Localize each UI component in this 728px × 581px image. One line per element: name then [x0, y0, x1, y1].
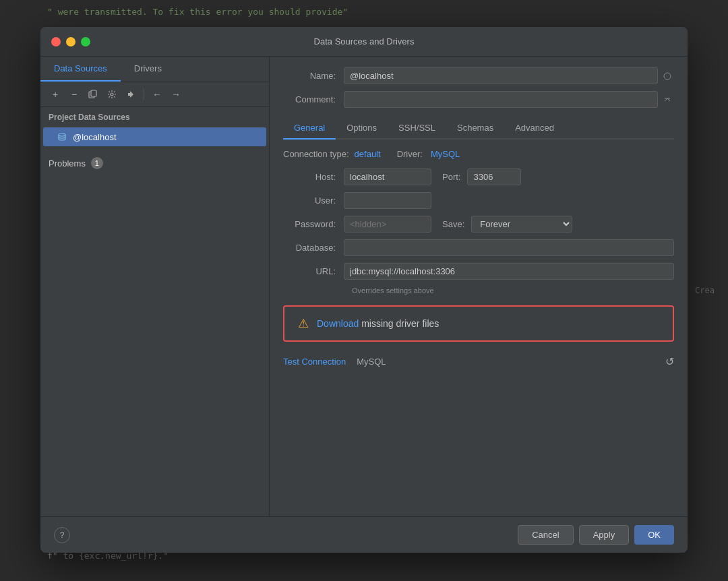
project-data-sources-header: Project Data Sources [40, 107, 269, 127]
url-label: URL: [283, 266, 344, 276]
connection-type-value[interactable]: default [355, 149, 381, 159]
warning-text-post: missing driver files [361, 318, 439, 329]
svg-point-3 [59, 133, 65, 136]
footer-buttons: Cancel Apply OK [518, 525, 674, 545]
connection-type-row: Connection type: default Driver: MySQL [283, 149, 674, 159]
svg-point-4 [664, 73, 671, 80]
url-section: URL: Overrides settings above [283, 263, 674, 295]
dialog-body: Data Sources Drivers + − [40, 57, 688, 516]
url-note: Overrides settings above [352, 286, 674, 295]
cancel-button[interactable]: Cancel [518, 525, 573, 545]
problems-label: Problems [49, 158, 86, 169]
apply-button[interactable]: Apply [579, 525, 630, 545]
password-label: Password: [283, 219, 344, 229]
expand-icon[interactable] [661, 69, 674, 83]
driver-value[interactable]: MySQL [431, 149, 460, 159]
maximize-button[interactable] [81, 37, 90, 47]
settings-button[interactable] [104, 86, 120, 102]
dialog-footer: ? Cancel Apply OK [40, 516, 688, 553]
test-connection-link[interactable]: Test Connection [283, 357, 346, 367]
driver-label: Driver: [397, 149, 423, 159]
ok-button[interactable]: OK [634, 525, 674, 545]
dialog-title: Data Sources and Drivers [314, 36, 415, 47]
driver-name-label: MySQL [357, 357, 386, 367]
tab-options[interactable]: Options [336, 117, 388, 140]
move-up-button[interactable] [123, 86, 139, 102]
toolbar-divider [144, 88, 144, 100]
tab-advanced[interactable]: Advanced [504, 117, 565, 140]
user-label: User: [283, 195, 344, 206]
problems-section: Problems 1 [40, 152, 269, 175]
user-input[interactable] [344, 192, 431, 209]
tab-schemas[interactable]: Schemas [446, 117, 504, 140]
tab-general[interactable]: General [283, 117, 336, 140]
connection-type-label: Connection type: [283, 149, 349, 159]
database-input[interactable] [344, 239, 674, 256]
database-label: Database: [283, 243, 344, 253]
right-panel: Name: Comment: [270, 57, 688, 516]
user-row: User: [283, 192, 674, 209]
port-input[interactable] [467, 169, 521, 185]
name-label: Name: [283, 71, 344, 81]
name-row: Name: [283, 67, 674, 84]
left-panel: Data Sources Drivers + − [40, 57, 270, 516]
dialog-window: Data Sources and Drivers Data Sources Dr… [40, 27, 688, 553]
comment-row: Comment: [283, 91, 674, 108]
save-select[interactable]: Forever Until restart Never [471, 216, 572, 233]
help-button[interactable]: ? [54, 527, 70, 543]
comment-label: Comment: [283, 94, 344, 104]
tab-data-sources[interactable]: Data Sources [40, 57, 121, 82]
port-label: Port: [442, 172, 460, 182]
svg-point-2 [111, 93, 113, 96]
warning-icon: ⚠ [298, 316, 309, 331]
bottom-links: Test Connection MySQL ↺ [283, 353, 674, 368]
back-button[interactable]: ← [149, 86, 165, 102]
traffic-lights [51, 37, 90, 47]
close-button[interactable] [51, 37, 61, 47]
tab-drivers[interactable]: Drivers [121, 57, 175, 82]
host-input[interactable] [344, 169, 431, 185]
warning-text: Download missing driver files [317, 318, 439, 329]
svg-rect-1 [91, 90, 96, 96]
bg-code-top: " were transmitted. To fix this error yo… [47, 7, 348, 17]
datasource-icon [57, 131, 67, 142]
title-bar: Data Sources and Drivers [40, 27, 688, 57]
url-input[interactable] [344, 263, 674, 280]
password-row: Password: Save: Forever Until restart Ne… [283, 216, 674, 233]
name-input-wrap [344, 67, 674, 84]
password-input[interactable] [344, 216, 431, 233]
datasource-label: @localhost [73, 132, 117, 142]
minimize-button[interactable] [66, 37, 75, 47]
comment-expand-icon[interactable] [661, 93, 674, 106]
save-label: Save: [442, 219, 464, 229]
host-port-row: Host: Port: [283, 169, 674, 185]
remove-datasource-button[interactable]: − [66, 86, 82, 102]
sidebar-right-label: Crea [695, 286, 715, 295]
left-panel-tabs: Data Sources Drivers [40, 57, 269, 82]
datasource-item-localhost[interactable]: @localhost [43, 127, 266, 146]
add-datasource-button[interactable]: + [47, 86, 63, 102]
warning-box: ⚠ Download missing driver files [283, 305, 674, 342]
copy-datasource-button[interactable] [85, 86, 101, 102]
url-row: URL: [283, 263, 674, 280]
name-input[interactable] [344, 67, 658, 84]
refresh-button[interactable]: ↺ [665, 355, 674, 368]
comment-input[interactable] [344, 91, 658, 108]
left-toolbar: + − [40, 82, 269, 107]
database-row: Database: [283, 239, 674, 256]
tab-ssh-ssl[interactable]: SSH/SSL [388, 117, 446, 140]
download-link[interactable]: Download [317, 318, 359, 329]
problems-badge: 1 [91, 157, 103, 169]
right-panel-tabs: General Options SSH/SSL Schemas Advanced [283, 117, 674, 140]
host-label: Host: [283, 172, 344, 182]
forward-button[interactable]: → [168, 86, 184, 102]
